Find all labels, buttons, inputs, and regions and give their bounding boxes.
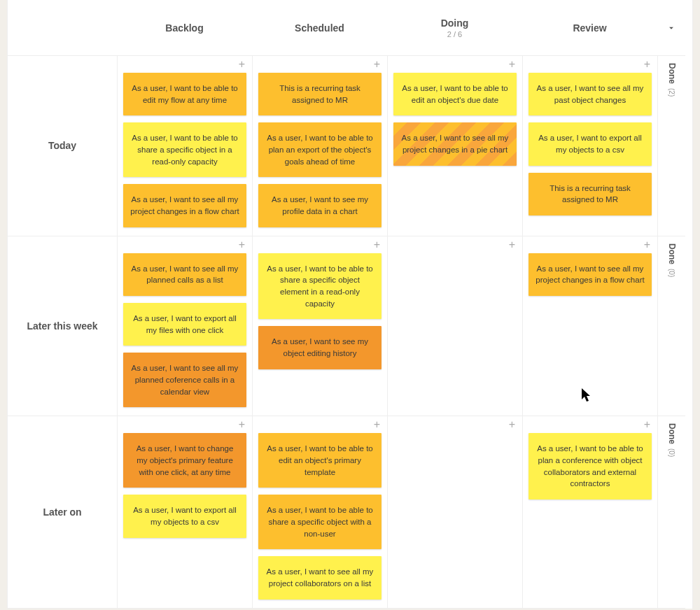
column-header-scheduled[interactable]: Scheduled xyxy=(252,0,387,56)
add-card-button[interactable]: + xyxy=(644,419,650,430)
kanban-card[interactable]: As a user, I want to see all my project … xyxy=(258,556,382,599)
kanban-card[interactable]: As a user, I want to export all my files… xyxy=(123,303,246,346)
cell-later-this-week-review[interactable]: + As a user, I want to see all my projec… xyxy=(522,236,657,417)
kanban-card[interactable]: As a user, I want to be able to share a … xyxy=(258,495,382,549)
kanban-card[interactable]: This is a recurring task assigned to MR xyxy=(528,173,652,215)
kanban-card[interactable]: This is a recurring task assigned to MR xyxy=(258,73,382,115)
header-corner xyxy=(8,0,117,56)
add-card-button[interactable]: + xyxy=(374,419,380,430)
add-card-button[interactable]: + xyxy=(509,419,515,430)
swimlane-label-today[interactable]: Today xyxy=(8,56,117,236)
cell-later-on-doing[interactable]: + xyxy=(387,416,522,608)
cell-later-this-week-scheduled[interactable]: + As a user, I want to be able to share … xyxy=(252,236,387,417)
kanban-card[interactable]: As a user, I want to see all my project … xyxy=(528,253,652,296)
done-label: Done xyxy=(667,423,677,444)
swimlane-label-later-this-week[interactable]: Later this week xyxy=(8,236,117,417)
cell-later-this-week-backlog[interactable]: + As a user, I want to see all my planne… xyxy=(117,236,252,417)
chevron-down-icon xyxy=(666,23,676,33)
kanban-card[interactable]: As a user, I want to change my object's … xyxy=(123,433,246,488)
cell-later-on-backlog[interactable]: + As a user, I want to change my object'… xyxy=(117,416,252,608)
kanban-card[interactable]: As a user, I want to see all my project … xyxy=(123,184,246,227)
column-header-backlog[interactable]: Backlog xyxy=(117,0,252,56)
kanban-card[interactable]: As a user, I want to see my object editi… xyxy=(258,326,382,369)
cell-today-backlog[interactable]: + As a user, I want to be able to edit m… xyxy=(117,56,252,236)
done-label: Done xyxy=(667,63,677,84)
kanban-card[interactable]: As a user, I want to see all my planned … xyxy=(123,353,246,407)
kanban-card[interactable]: As a user, I want to be able to share a … xyxy=(123,122,246,177)
column-label: Backlog xyxy=(165,22,203,34)
kanban-card[interactable]: As a user, I want to see my profile data… xyxy=(258,184,382,227)
swimlane-label-later-on[interactable]: Later on xyxy=(8,416,117,608)
kanban-card[interactable]: As a user, I want to be able to plan a c… xyxy=(528,433,652,499)
column-label: Review xyxy=(573,22,606,34)
add-card-button[interactable]: + xyxy=(374,59,380,70)
cell-today-review[interactable]: + As a user, I want to see all my past o… xyxy=(522,56,657,236)
add-card-button[interactable]: + xyxy=(644,59,650,70)
cell-later-on-scheduled[interactable]: + As a user, I want to be able to edit a… xyxy=(252,416,387,608)
cell-later-on-review[interactable]: + As a user, I want to be able to plan a… xyxy=(522,416,657,608)
done-count: (0) xyxy=(668,269,676,277)
done-count: (0) xyxy=(668,448,676,457)
add-card-button[interactable]: + xyxy=(644,239,650,250)
column-header-review[interactable]: Review xyxy=(522,0,657,56)
collapse-toggle[interactable] xyxy=(657,0,685,56)
kanban-card[interactable]: As a user, I want to be able to share a … xyxy=(258,253,382,320)
kanban-board: Backlog Scheduled Doing 2 / 6 Review Tod… xyxy=(7,0,693,609)
add-card-button[interactable]: + xyxy=(239,59,245,70)
done-count: (2) xyxy=(668,88,676,97)
column-label: Doing xyxy=(441,17,469,29)
kanban-card[interactable]: As a user, I want to see all my past obj… xyxy=(528,73,652,115)
column-header-doing[interactable]: Doing 2 / 6 xyxy=(387,0,522,56)
kanban-card[interactable]: As a user, I want to see all my project … xyxy=(393,122,517,165)
done-rail-later-on[interactable]: Done (0) xyxy=(657,416,685,608)
kanban-card[interactable]: As a user, I want to be able to plan an … xyxy=(258,122,382,177)
column-wip-count: 2 / 6 xyxy=(447,30,462,38)
cell-today-doing[interactable]: + As a user, I want to be able to edit a… xyxy=(387,56,522,236)
done-rail-today[interactable]: Done (2) xyxy=(657,56,685,236)
kanban-card[interactable]: As a user, I want to see all my planned … xyxy=(123,253,246,296)
add-card-button[interactable]: + xyxy=(374,239,380,250)
add-card-button[interactable]: + xyxy=(509,239,515,250)
kanban-card[interactable]: As a user, I want to be able to edit an … xyxy=(258,433,382,488)
kanban-card[interactable]: As a user, I want to export all my objec… xyxy=(528,122,652,165)
add-card-button[interactable]: + xyxy=(239,419,245,430)
column-label: Scheduled xyxy=(295,22,344,34)
add-card-button[interactable]: + xyxy=(239,239,245,250)
done-label: Done xyxy=(667,243,677,264)
kanban-card[interactable]: As a user, I want to export all my objec… xyxy=(123,495,246,537)
kanban-card[interactable]: As a user, I want to be able to edit an … xyxy=(393,73,517,115)
cell-later-this-week-doing[interactable]: + xyxy=(387,236,522,417)
done-rail-later-this-week[interactable]: Done (0) xyxy=(657,236,685,417)
add-card-button[interactable]: + xyxy=(509,59,515,70)
kanban-card[interactable]: As a user, I want to be able to edit my … xyxy=(123,73,246,115)
cell-today-scheduled[interactable]: + This is a recurring task assigned to M… xyxy=(252,56,387,236)
